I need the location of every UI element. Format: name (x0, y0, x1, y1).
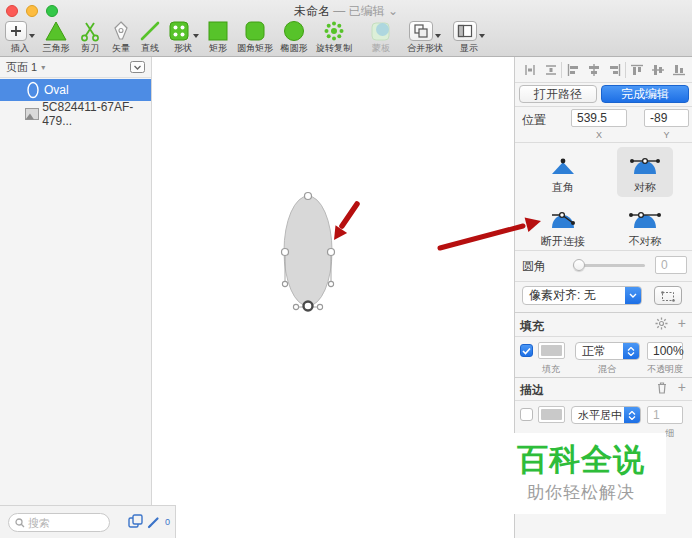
align-right-icon[interactable] (604, 63, 625, 77)
trash-icon[interactable] (656, 381, 668, 394)
asymmetric-point-icon (617, 203, 673, 231)
rectangle-icon (206, 19, 230, 43)
border-enabled-checkbox[interactable] (520, 408, 533, 421)
rotate-copy-icon (322, 19, 346, 43)
blend-mode-dropdown[interactable]: 正常 (575, 342, 640, 360)
radius-label: 圆角 (522, 258, 546, 275)
border-color-swatch[interactable] (538, 406, 565, 423)
border-position-dropdown[interactable]: 水平居中 (571, 406, 641, 424)
toolbar-item-rectangle[interactable]: 矩形 (202, 19, 234, 57)
position-x-input[interactable]: 539.5 (571, 109, 627, 127)
position-label: 位置 (522, 112, 546, 129)
pixel-grid-icon (660, 290, 676, 302)
border-thickness-input[interactable]: 1 (647, 406, 683, 424)
point-type-straight[interactable]: 直角 (535, 149, 591, 195)
page-name: 页面 1 (6, 60, 37, 75)
toolbar-item-vector[interactable]: 矢量 (106, 19, 136, 57)
app-window: 未命名 — 已编辑 ⌄ 插入 三角形 (0, 0, 692, 538)
image-layer-icon (24, 108, 40, 120)
toolbar-item-triangle[interactable]: 三角形 (38, 19, 74, 57)
add-fill-icon[interactable]: + (678, 317, 686, 330)
fill-opacity-input[interactable]: 100% (647, 342, 683, 360)
toolbar-item-shape[interactable]: 形状 (164, 19, 202, 57)
gear-icon[interactable] (655, 317, 668, 330)
chevron-down-icon (29, 34, 35, 38)
align-top-icon[interactable] (626, 63, 647, 77)
align-middle-vertical-icon[interactable] (647, 63, 668, 77)
toolbar-item-view-options[interactable]: 显示 (450, 19, 488, 57)
toolbar-item-oval[interactable]: 椭圆形 (276, 19, 312, 57)
vector-pen-icon (109, 19, 133, 43)
watermark-subtitle: 助你轻松解决 (527, 481, 635, 504)
canvas[interactable] (153, 57, 514, 538)
stepper-icon (623, 343, 639, 359)
alignment-toolbar (519, 59, 689, 81)
toolbar-item-line[interactable]: 直线 (136, 19, 164, 57)
toolbar-item-boolean-ops[interactable]: 合并形状 (400, 19, 450, 57)
layer-name: 5C824411-67AF-479... (42, 100, 151, 128)
fill-color-swatch[interactable] (538, 342, 565, 359)
search-field[interactable] (8, 513, 110, 532)
triangle-icon (44, 19, 68, 43)
y-axis-label: Y (644, 130, 689, 140)
toolbar-item-rounded-rectangle[interactable]: 圆角矩形 (234, 19, 276, 57)
search-icon (15, 518, 25, 528)
shape-grid-icon (167, 19, 191, 43)
watermark: 百科全说 助你轻松解决 (496, 433, 666, 514)
oval-layer-icon (24, 81, 42, 99)
layer-name: Oval (44, 83, 69, 97)
align-center-horizontal-icon[interactable] (583, 63, 604, 77)
stepper-icon (624, 407, 640, 423)
pixel-align-dropdown[interactable]: 像素对齐: 无 (522, 286, 642, 305)
chevron-down-icon (479, 34, 485, 38)
open-path-button[interactable]: 打开路径 (519, 85, 597, 103)
finish-editing-button[interactable]: 完成编辑 (601, 85, 689, 103)
insert-plus-icon (5, 21, 27, 41)
chevron-down-icon (625, 287, 641, 304)
straight-point-icon (535, 149, 591, 177)
page-header[interactable]: 页面 1 ▾ (0, 57, 151, 78)
watermark-title: 百科全说 (517, 443, 645, 477)
chevron-down-icon: ▾ (41, 63, 45, 72)
sidebar-footer: 0 (0, 505, 176, 538)
radius-slider-knob[interactable] (573, 259, 585, 271)
toolbar-item-insert[interactable]: 插入 (2, 19, 38, 57)
view-options-icon (453, 21, 477, 41)
rounded-rectangle-icon (243, 19, 267, 43)
point-type-disconnected[interactable]: 断开连接 (535, 203, 591, 249)
radius-input[interactable]: 0 (655, 256, 687, 274)
opacity-label: 不透明度 (641, 363, 689, 376)
border-section-header: 描边 (520, 382, 544, 399)
window-title: 未命名 — 已编辑 ⌄ (0, 3, 692, 20)
fill-label: 填充 (531, 363, 571, 376)
search-input[interactable] (28, 517, 98, 529)
blend-label: 混合 (581, 363, 633, 376)
x-axis-label: X (571, 130, 627, 140)
fill-section-header: 填充 (520, 318, 544, 335)
align-left-icon[interactable] (562, 63, 583, 77)
mirrored-point-icon (617, 149, 673, 177)
toolbar-item-rotate-copy[interactable]: 旋转复制 (312, 19, 356, 57)
align-bottom-icon[interactable] (668, 63, 689, 77)
layers-sidebar: 页面 1 ▾ Oval 5C824411-67AF-479... (0, 57, 152, 538)
distribute-horizontal-icon[interactable] (519, 63, 540, 77)
point-type-mirrored[interactable]: 对称 (617, 149, 673, 195)
toolbar-item-mask: 蒙板 (362, 19, 400, 57)
pixel-grid-button[interactable] (654, 286, 682, 305)
oval-icon (282, 19, 306, 43)
line-icon (138, 19, 162, 43)
layer-row-oval[interactable]: Oval (0, 79, 151, 101)
pages-icon[interactable] (128, 514, 143, 529)
chevron-down-icon (435, 34, 441, 38)
position-y-input[interactable]: -89 (644, 109, 689, 127)
fill-enabled-checkbox[interactable] (520, 344, 533, 357)
add-border-icon[interactable]: + (678, 381, 686, 394)
boolean-ops-icon (409, 21, 433, 41)
toolbar-item-scissors[interactable]: 剪刀 (74, 19, 106, 57)
layer-row-image[interactable]: 5C824411-67AF-479... (0, 103, 151, 125)
point-type-asymmetric[interactable]: 不对称 (617, 203, 673, 249)
distribute-vertical-icon[interactable] (540, 63, 561, 77)
page-list-toggle-icon[interactable] (130, 61, 145, 73)
edit-count-badge: 0 (165, 517, 170, 527)
pencil-icon[interactable] (147, 515, 161, 529)
